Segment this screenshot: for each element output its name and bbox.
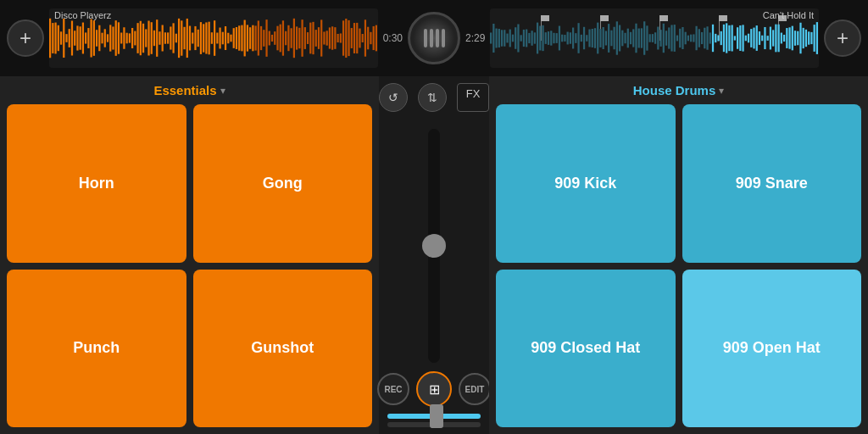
rec-button[interactable]: REC [377, 373, 409, 405]
right-track-name: Can't Hold It [763, 10, 814, 20]
left-panel-chevron: ▾ [220, 85, 225, 97]
pad-909-open-hat[interactable]: 909 Open Hat [682, 270, 862, 428]
spinner-line-2 [430, 29, 433, 47]
main-area: Essentials ▾ Horn Gong Punch Gunshot ↺ ⇅… [0, 76, 868, 434]
pad-gong[interactable]: Gong [193, 104, 373, 263]
grid-button[interactable]: ⊞ [416, 371, 452, 407]
right-pads-grid: 909 Kick 909 Snare 909 Closed Hat 909 Op… [496, 104, 861, 427]
left-panel: Essentials ▾ Horn Gong Punch Gunshot [0, 76, 379, 434]
crossfader-track [387, 414, 481, 419]
spinner-line-1 [424, 29, 427, 47]
pad-909-closed-hat[interactable]: 909 Closed Hat [496, 270, 676, 428]
time-right: 2:29 [465, 32, 485, 44]
time-left: 0:30 [383, 32, 403, 44]
center-icons: ↺ ⇅ FX [379, 83, 490, 112]
waveform-left: Disco Playerz [49, 8, 378, 68]
pad-gunshot[interactable]: Gunshot [193, 270, 373, 428]
deck-spinner[interactable] [408, 12, 460, 64]
left-track-name: Disco Playerz [54, 10, 111, 20]
loop-button[interactable]: ↺ [379, 83, 408, 112]
crossfader-area [379, 414, 489, 427]
center-bottom-buttons: REC ⊞ EDIT [377, 371, 491, 407]
add-left-button[interactable]: + [7, 19, 44, 57]
crossfader-knob[interactable] [430, 404, 443, 428]
pad-909-snare[interactable]: 909 Snare [682, 104, 862, 263]
right-panel: House Drums ▾ 909 Kick 909 Snare 909 Clo… [489, 76, 868, 434]
eq-button[interactable]: ⇅ [418, 83, 447, 112]
channel-fader-knob[interactable] [422, 234, 446, 258]
channel-fader-track [428, 129, 440, 363]
add-right-button[interactable]: + [824, 19, 861, 57]
left-panel-title[interactable]: Essentials [153, 83, 216, 97]
center-panel: ↺ ⇅ FX REC ⊞ EDIT [379, 76, 489, 434]
right-panel-title[interactable]: House Drums [633, 83, 716, 97]
top-bar: + Disco Playerz 0:30 2:29 Can't Hold It … [0, 0, 868, 76]
left-pads-grid: Horn Gong Punch Gunshot [7, 104, 372, 427]
spinner-line-4 [442, 29, 445, 47]
pad-punch[interactable]: Punch [7, 270, 186, 428]
edit-button[interactable]: EDIT [459, 373, 491, 405]
right-panel-chevron: ▾ [719, 85, 724, 97]
right-panel-header: House Drums ▾ [496, 83, 861, 97]
fx-button[interactable]: FX [457, 83, 490, 112]
center-spinner-wrapper: 0:30 2:29 [383, 12, 486, 64]
pad-horn[interactable]: Horn [7, 104, 186, 263]
waveform-right: Can't Hold It [490, 8, 819, 68]
pad-909-kick[interactable]: 909 Kick [496, 104, 676, 263]
left-panel-header: Essentials ▾ [7, 83, 372, 97]
spinner-line-3 [436, 29, 439, 47]
